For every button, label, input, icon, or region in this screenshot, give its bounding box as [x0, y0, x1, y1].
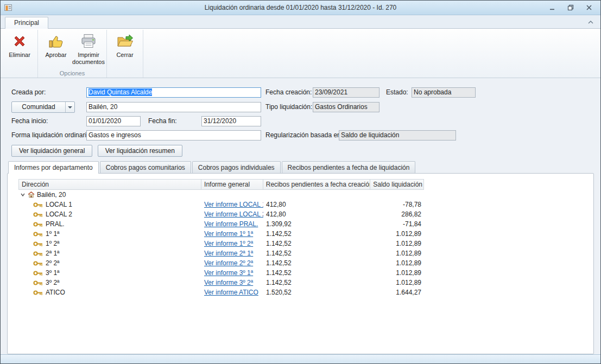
- recibos-pendientes-value: 1.142,52: [263, 258, 371, 268]
- recibos-pendientes-value: 1.142,52: [263, 229, 371, 239]
- grid-header: Dirección Informe general Recibos pendie…: [18, 179, 424, 190]
- window-title: Liquidación ordinaria desde 01/01/2020 h…: [1, 4, 600, 11]
- key-icon: [33, 202, 43, 208]
- ver-informe-link[interactable]: Ver informe 3º 1ª: [204, 269, 253, 277]
- eliminar-label: Eliminar: [9, 52, 30, 59]
- saldo-liquidacion-value: 286,82: [371, 209, 424, 219]
- group-label: [3, 69, 36, 78]
- ver-informe-link[interactable]: Ver informe 1º 1ª: [204, 230, 253, 238]
- ribbon: Eliminar Aprobar: [1, 28, 600, 78]
- department-name: PRAL.: [46, 219, 65, 229]
- fecha-creacion-field[interactable]: 23/09/2021: [313, 87, 379, 98]
- table-row[interactable]: 1º 2ª Ver informe 1º 2ª 1.142,52 1.012,8…: [18, 239, 424, 248]
- selected-text: David Quintas Alcalde: [88, 88, 152, 96]
- ribbon-group-opciones: Aprobar Imprimir documentos Opciones: [38, 30, 107, 78]
- table-row[interactable]: 2º 2ª Ver informe 2º 2ª 1.142,52 1.012,8…: [18, 258, 424, 268]
- ver-informe-link[interactable]: Ver informe PRAL.: [204, 220, 258, 228]
- tipo-liquidacion-label: Tipo liquidación:: [265, 102, 312, 112]
- column-header-informe-general[interactable]: Informe general: [201, 180, 263, 189]
- eliminar-button[interactable]: Eliminar: [3, 30, 36, 69]
- saldo-liquidacion-value: 1.644,27: [371, 288, 424, 297]
- group-row[interactable]: Bailén, 20: [18, 190, 424, 200]
- restore-button[interactable]: [566, 3, 575, 12]
- tipo-liquidacion-field[interactable]: Gastos Ordinarios: [313, 102, 379, 112]
- imprimir-documentos-button[interactable]: Imprimir documentos: [72, 30, 105, 69]
- department-name: LOCAL 2: [46, 209, 72, 219]
- tab-cobros-pagos-comunitarios[interactable]: Cobros pagos comunitarios: [100, 161, 191, 173]
- recibos-pendientes-value: 412,80: [263, 209, 371, 219]
- table-row[interactable]: PRAL. Ver informe PRAL. 1.309,92 -71,84: [18, 219, 424, 229]
- ribbon-group-eliminar: Eliminar: [2, 30, 38, 78]
- estado-label: Estado:: [386, 87, 408, 98]
- regularizacion-field[interactable]: Saldo de liquidación: [339, 130, 456, 141]
- column-header-direccion[interactable]: Dirección: [19, 180, 201, 189]
- ver-liquidacion-resumen-button[interactable]: Ver liquidación resumen: [98, 145, 182, 157]
- fecha-inicio-field[interactable]: 01/01/2020: [86, 116, 141, 126]
- printer-icon: [80, 33, 97, 50]
- recibos-pendientes-value: 1.309,92: [263, 219, 371, 229]
- department-name: 2º 2ª: [46, 258, 60, 268]
- department-name: 1º 2ª: [46, 239, 60, 248]
- department-name: 3º 2ª: [46, 278, 60, 288]
- status-bar: [1, 354, 600, 364]
- group-label: [109, 69, 141, 78]
- ver-informe-link[interactable]: Ver informe 2ª 1ª: [204, 250, 253, 257]
- saldo-liquidacion-value: -71,84: [371, 219, 424, 229]
- table-row[interactable]: 3º 2ª Ver informe 3º 2ª 1.142,52 1.012,8…: [18, 278, 424, 288]
- opciones-group-label: Opciones: [40, 69, 105, 78]
- fecha-creacion-label: Fecha creación:: [265, 87, 312, 98]
- group-name: Bailén, 20: [37, 190, 66, 200]
- comunidad-dropdown-button[interactable]: Comunidad: [11, 101, 75, 113]
- close-button[interactable]: [584, 3, 594, 12]
- recibos-pendientes-value: 1.142,52: [263, 248, 371, 258]
- ribbon-tab-principal[interactable]: Principal: [5, 17, 48, 29]
- column-header-recibos-pendientes[interactable]: Recibos pendientes a fecha creación: [263, 180, 370, 189]
- saldo-liquidacion-value: 1.012,89: [371, 278, 424, 288]
- fecha-fin-label: Fecha fin:: [148, 116, 177, 126]
- form-area: Creada por: David Quintas Alcalde Fecha …: [1, 78, 600, 145]
- department-name: 2ª 1ª: [46, 248, 60, 258]
- tree-expander-icon[interactable]: [20, 192, 26, 197]
- key-icon: [33, 251, 43, 257]
- estado-field[interactable]: No aprobada: [412, 87, 476, 98]
- regularizacion-label: Regularización basada en:: [265, 130, 343, 141]
- key-icon: [33, 290, 43, 296]
- cerrar-button[interactable]: Cerrar: [109, 30, 141, 69]
- creada-por-field[interactable]: David Quintas Alcalde: [86, 87, 261, 98]
- tab-informes-por-departamento[interactable]: Informes por departamento: [8, 161, 99, 174]
- tab-cobros-pagos-individuales[interactable]: Cobros pagos individuales: [192, 161, 281, 173]
- ver-informe-link[interactable]: Ver informe 2º 2ª: [204, 259, 253, 267]
- ver-informe-link[interactable]: Ver informe LOCAL 1: [204, 201, 263, 208]
- column-header-saldo-liquidacion[interactable]: Saldo liquidación: [370, 180, 423, 189]
- saldo-liquidacion-value: -78,78: [371, 200, 424, 209]
- fecha-inicio-label: Fecha inicio:: [11, 116, 48, 126]
- table-row[interactable]: LOCAL 2 Ver informe LOCAL 2 412,80 286,8…: [18, 209, 424, 219]
- ver-informe-link[interactable]: Ver informe 1º 2ª: [204, 240, 253, 247]
- tab-recibos-pendientes[interactable]: Recibos pendientes a fecha de liquidació…: [282, 161, 416, 173]
- ver-informe-link[interactable]: Ver informe 3º 2ª: [204, 279, 253, 286]
- key-icon: [33, 241, 43, 247]
- comunidad-button-label: Comunidad: [12, 102, 65, 112]
- table-row[interactable]: 3º 1ª Ver informe 3º 1ª 1.142,52 1.012,8…: [18, 268, 424, 278]
- imprimir-label: Imprimir documentos: [72, 52, 105, 66]
- key-icon: [33, 260, 43, 266]
- saldo-liquidacion-value: 1.012,89: [371, 229, 424, 239]
- ver-liquidacion-general-button[interactable]: Ver liquidación general: [11, 145, 92, 157]
- fecha-fin-field[interactable]: 31/12/2020: [201, 116, 261, 126]
- saldo-liquidacion-value: 1.012,89: [371, 258, 424, 268]
- table-row[interactable]: 2ª 1ª Ver informe 2ª 1ª 1.142,52 1.012,8…: [18, 248, 424, 258]
- aprobar-button[interactable]: Aprobar: [40, 30, 72, 69]
- forma-liquidacion-field[interactable]: Gastos e ingresos: [86, 130, 261, 141]
- table-row[interactable]: LOCAL 1 Ver informe LOCAL 1 412,80 -78,7…: [18, 200, 424, 209]
- ver-informe-link[interactable]: Ver informe ATICO: [204, 289, 258, 296]
- comunidad-field[interactable]: Bailén, 20: [86, 102, 261, 112]
- table-row[interactable]: ATICO Ver informe ATICO 1.520,52 1.644,2…: [18, 288, 424, 297]
- recibos-pendientes-value: 1.142,52: [263, 278, 371, 288]
- minimize-button[interactable]: [547, 3, 557, 12]
- delete-x-icon: [11, 33, 28, 50]
- informes-panel: Dirección Informe general Recibos pendie…: [7, 173, 594, 354]
- table-row[interactable]: 1º 1ª Ver informe 1º 1ª 1.142,52 1.012,8…: [18, 229, 424, 239]
- ver-informe-link[interactable]: Ver informe LOCAL 2: [204, 210, 263, 218]
- key-icon: [33, 231, 43, 237]
- ribbon-collapse-button[interactable]: [587, 18, 594, 26]
